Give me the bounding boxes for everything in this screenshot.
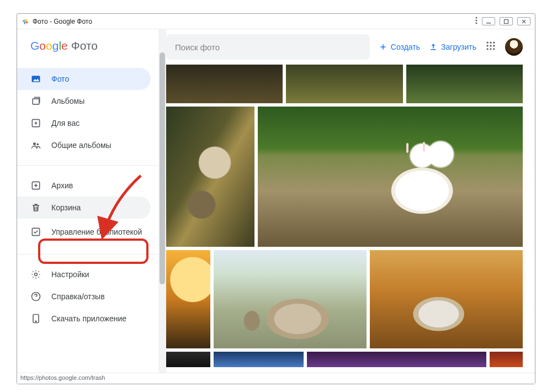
photo-grid — [166, 65, 523, 384]
divider — [17, 165, 158, 166]
svg-point-1 — [476, 20, 477, 22]
svg-point-18 — [493, 42, 495, 44]
photo-thumbnail[interactable] — [490, 352, 523, 367]
sidebar-item-label: Общие альбомы — [51, 141, 112, 150]
checklist-icon — [30, 226, 41, 237]
titlebar: Фото - Google Фото — [17, 14, 535, 29]
maximize-button[interactable] — [500, 17, 513, 25]
svg-point-0 — [476, 17, 477, 19]
sidebar-item-settings[interactable]: Настройки — [17, 263, 151, 285]
app-pinwheel-icon — [22, 18, 29, 25]
apps-grid-icon[interactable] — [485, 40, 496, 54]
people-icon — [30, 140, 41, 151]
album-icon — [30, 96, 41, 107]
grid-row — [166, 250, 523, 348]
search-placeholder: Поиск фото — [175, 43, 220, 52]
photo-thumbnail[interactable] — [214, 352, 304, 367]
svg-point-24 — [493, 48, 495, 50]
photo-thumbnail[interactable] — [406, 65, 523, 103]
sidebar-item-label: Скачать приложение — [51, 314, 126, 323]
svg-point-8 — [33, 142, 36, 145]
sidebar-item-download-app[interactable]: Скачать приложение — [17, 308, 151, 330]
sidebar-scrollbar[interactable] — [158, 29, 166, 384]
sidebar-item-label: Для вас — [51, 119, 79, 128]
nav-primary: Фото Альбомы Для вас — [17, 57, 158, 161]
svg-rect-3 — [486, 23, 491, 24]
app-window: Фото - Google Фото Google Фото — [17, 13, 535, 384]
nav-tertiary: Настройки Справка/отзыв Скачать приложен… — [17, 259, 158, 334]
svg-point-22 — [487, 48, 489, 50]
status-url: https://photos.google.com/trash — [20, 374, 105, 381]
svg-point-19 — [487, 45, 489, 46]
grid-row — [166, 352, 523, 367]
nav-secondary: Архив Корзина Управление библиотекой — [17, 170, 158, 250]
status-bar: https://photos.google.com/trash — [17, 373, 535, 384]
sidebar-item-label: Справка/отзыв — [51, 292, 105, 301]
photo-thumbnail[interactable] — [214, 250, 367, 348]
header: Поиск фото Создать Загрузить — [166, 29, 535, 65]
svg-point-2 — [476, 23, 477, 24]
photo-thumbnail[interactable] — [258, 107, 523, 247]
create-label: Создать — [391, 43, 420, 51]
svg-point-17 — [490, 42, 491, 44]
sidebar-item-label: Архив — [51, 181, 73, 190]
photo-thumbnail[interactable] — [286, 65, 402, 103]
help-icon — [30, 291, 41, 302]
trash-icon — [30, 202, 41, 213]
sidebar-item-label: Корзина — [51, 203, 81, 212]
close-button[interactable] — [517, 17, 530, 25]
sidebar-item-help[interactable]: Справка/отзыв — [17, 285, 151, 308]
gear-icon — [30, 269, 41, 280]
sidebar-item-label: Альбомы — [51, 97, 84, 105]
kebab-menu-icon[interactable] — [475, 17, 477, 26]
photo-thumbnail[interactable] — [307, 352, 486, 367]
sidebar-item-shared[interactable]: Общие альбомы — [17, 134, 151, 156]
svg-point-9 — [36, 143, 39, 145]
svg-point-21 — [493, 45, 495, 46]
sidebar-item-trash[interactable]: Корзина — [17, 197, 151, 219]
logo[interactable]: Google Фото — [17, 39, 158, 57]
grid-row — [166, 107, 523, 247]
svg-point-16 — [487, 42, 489, 44]
upload-label: Загрузить — [441, 43, 476, 51]
sidebar-item-albums[interactable]: Альбомы — [17, 90, 151, 112]
photo-thumbnail[interactable] — [166, 250, 210, 348]
svg-rect-6 — [33, 99, 39, 104]
sidebar-item-for-you[interactable]: Для вас — [17, 112, 151, 134]
download-icon — [30, 313, 41, 324]
svg-point-23 — [490, 48, 491, 50]
scrollbar-thumb[interactable] — [160, 52, 165, 284]
grid-row — [166, 65, 523, 103]
minimize-button[interactable] — [482, 17, 495, 25]
sidebar-item-label: Настройки — [51, 270, 89, 279]
photo-icon — [30, 73, 41, 84]
svg-point-20 — [490, 45, 491, 46]
svg-point-15 — [35, 321, 36, 322]
photo-thumbnail[interactable] — [166, 107, 254, 247]
sparkle-plus-icon — [30, 118, 41, 129]
sidebar: Google Фото Фото Альбомы — [17, 29, 158, 384]
svg-rect-4 — [505, 19, 508, 23]
main-panel: Поиск фото Создать Загрузить — [166, 29, 535, 384]
content-area: Google Фото Фото Альбомы — [17, 29, 535, 384]
upload-button[interactable]: Загрузить — [429, 43, 476, 51]
photo-thumbnail[interactable] — [370, 250, 523, 348]
avatar[interactable] — [505, 38, 523, 56]
photo-thumbnail[interactable] — [166, 352, 210, 367]
window-title: Фото - Google Фото — [33, 18, 92, 25]
sidebar-item-archive[interactable]: Архив — [17, 174, 151, 197]
photo-thumbnail[interactable] — [166, 65, 283, 103]
sidebar-item-label: Фото — [51, 75, 69, 83]
archive-icon — [30, 180, 41, 191]
divider — [17, 254, 158, 255]
create-button[interactable]: Создать — [379, 43, 420, 51]
svg-point-12 — [35, 273, 38, 276]
sidebar-item-manage-library[interactable]: Управление библиотекой — [17, 219, 151, 245]
sidebar-item-photos[interactable]: Фото — [17, 68, 151, 90]
product-name: Фото — [71, 39, 98, 52]
sidebar-item-label: Управление библиотекой — [51, 227, 142, 236]
search-input[interactable]: Поиск фото — [166, 34, 370, 60]
